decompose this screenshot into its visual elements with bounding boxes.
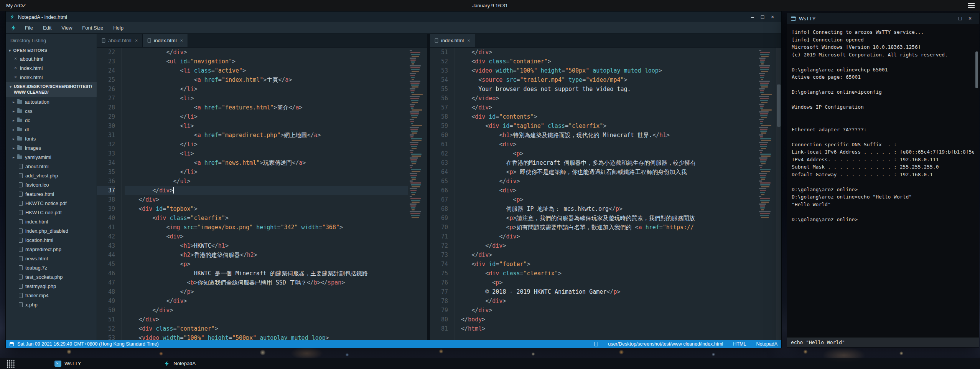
menu-view[interactable]: View: [56, 22, 77, 34]
file-features.html[interactable]: features.html: [6, 189, 97, 199]
terminal-scrollbar[interactable]: [975, 51, 978, 88]
tab-close-icon[interactable]: ×: [180, 38, 183, 43]
folder-fonts[interactable]: ▸fonts: [6, 134, 97, 143]
code-line-78[interactable]: </div>: [458, 296, 757, 306]
folder-yamlyamlml[interactable]: ▸yamlyamlml: [6, 152, 97, 162]
code-line-76[interactable]: <p>: [458, 278, 757, 287]
code-line-31[interactable]: <a href="mapredirect.php">網上地圖</a>: [125, 131, 408, 140]
code-line-59[interactable]: <div id="tagline" class="clearfix">: [458, 121, 757, 131]
status-language[interactable]: HTML: [733, 341, 746, 347]
system-menu[interactable]: My ArOZ: [6, 3, 26, 8]
tab-about.html[interactable]: about.html×: [97, 34, 143, 47]
pane-divider[interactable]: [427, 34, 430, 340]
code-line-41[interactable]: <img src="images/box.png" height="342" w…: [125, 223, 408, 232]
file-add_vhost.php[interactable]: add_vhost.php: [6, 171, 97, 180]
close-button[interactable]: ×: [965, 15, 975, 22]
code-line-25[interactable]: <a href="index.html">主頁</a>: [125, 75, 408, 84]
terminal-input[interactable]: echo "Hello World": [787, 337, 979, 347]
code-line-28[interactable]: <a href="features.html">簡介</a>: [125, 103, 408, 112]
file-trailer.mp4[interactable]: trailer.mp4: [6, 291, 97, 300]
minimize-button[interactable]: –: [748, 14, 758, 20]
code-line-73[interactable]: </div>: [458, 250, 757, 260]
open-editor-index.html[interactable]: ×index.html: [6, 63, 97, 73]
menu-font-size[interactable]: Font Size: [77, 22, 108, 34]
folder-dc[interactable]: ▸dc: [6, 116, 97, 125]
folder-css[interactable]: ▸css: [6, 106, 97, 116]
file-x.php[interactable]: x.php: [6, 300, 97, 309]
file-HKWTC notice.pdf[interactable]: HKWTC notice.pdf: [6, 199, 97, 208]
code-line-32[interactable]: </li>: [125, 140, 408, 149]
code-line-67[interactable]: <p>: [458, 195, 757, 204]
open-editors-section[interactable]: ▾ OPEN EDITORS: [6, 46, 97, 54]
code-line-62[interactable]: <p>: [458, 149, 757, 158]
menu-edit[interactable]: Edit: [38, 22, 56, 34]
code-line-23[interactable]: <ul id="navigation">: [125, 57, 408, 66]
code-line-64[interactable]: <p> 即使你不是建築師，你也能透過紅石師或鐵路工程師的身份加入我: [458, 167, 757, 177]
close-icon[interactable]: ×: [14, 74, 17, 80]
tab-index.html[interactable]: index.html×: [430, 34, 475, 47]
menu-file[interactable]: File: [20, 22, 38, 34]
file-index.php_disabled[interactable]: index.php_disabled: [6, 226, 97, 235]
tab-close-icon[interactable]: ×: [135, 38, 138, 43]
code-line-39[interactable]: <div id="topbox">: [125, 204, 408, 213]
close-button[interactable]: ×: [768, 14, 777, 20]
code-line-79[interactable]: </div>: [458, 306, 757, 315]
code-line-24[interactable]: <li class="active">: [125, 66, 408, 75]
code-line-55[interactable]: Your browser does not support the video …: [458, 84, 757, 94]
code-line-49[interactable]: </div>: [125, 296, 408, 306]
code-line-45[interactable]: <p>: [125, 260, 408, 269]
code-line-34[interactable]: <a href="news.html">玩家傳送門</a>: [125, 158, 408, 167]
code-line-63[interactable]: 在香港的Minecraft 伺服器中，多為小遊戲和純生存的伺服器，較少擁有: [458, 158, 757, 167]
minimize-button[interactable]: –: [945, 15, 955, 22]
close-icon[interactable]: ×: [14, 65, 17, 71]
close-icon[interactable]: ×: [14, 56, 17, 61]
app-launcher-button[interactable]: [5, 358, 16, 369]
code-line-22[interactable]: </div>: [125, 48, 408, 57]
code-line-72[interactable]: </div>: [458, 241, 757, 250]
code-line-71[interactable]: </div>: [458, 232, 757, 241]
code-line-60[interactable]: <h1>特別為建築及鐵路而設，現代化的 Minecraft 世界.</h1>: [458, 131, 757, 140]
code-line-48[interactable]: </p>: [125, 287, 408, 296]
code-line-80[interactable]: </body>: [458, 315, 757, 324]
code-line-30[interactable]: <li>: [125, 121, 408, 131]
code-line-66[interactable]: <div>: [458, 186, 757, 195]
code-line-37[interactable]: </div>: [125, 186, 408, 195]
code-line-77[interactable]: © 2018 - 2019 HKWTC Animation Gamer</p>: [458, 287, 757, 296]
code-line-47[interactable]: <b>你知道我們全線伺服器已轉用 SSD 了嗎？</b></span>: [125, 278, 408, 287]
menu-help[interactable]: Help: [108, 22, 128, 34]
code-line-50[interactable]: </div>: [125, 306, 408, 315]
code-line-36[interactable]: </ul>: [125, 177, 408, 186]
hamburger-menu-icon[interactable]: [968, 3, 975, 8]
code-line-38[interactable]: </div>: [125, 195, 408, 204]
folder-dl[interactable]: ▸dl: [6, 125, 97, 134]
code-line-51[interactable]: </div>: [125, 315, 408, 324]
code-line-53[interactable]: <video width="100%" height="500px" autop…: [458, 66, 757, 75]
code-line-26[interactable]: </li>: [125, 84, 408, 94]
open-editor-index.html[interactable]: ×index.html: [6, 73, 97, 82]
code-line-33[interactable]: <li>: [125, 149, 408, 158]
code-line-70[interactable]: <p>如有問題或需要申請白名單，歡迎加入我們的 <a href="https:/…: [458, 223, 757, 232]
code-line-43[interactable]: <h1>HKWTC</h1>: [125, 241, 408, 250]
file-teabag.7z[interactable]: teabag.7z: [6, 263, 97, 272]
editor-scrollbar[interactable]: [776, 48, 781, 340]
taskbar-app-notepada[interactable]: NotepadA: [159, 358, 200, 369]
code-line-75[interactable]: <div class="clearfix">: [458, 269, 757, 278]
code-line-35[interactable]: </li>: [125, 167, 408, 177]
code-line-58[interactable]: <div id="contents">: [458, 112, 757, 121]
maximize-button[interactable]: □: [955, 15, 965, 22]
file-HKWTC rule.pdf[interactable]: HKWTC rule.pdf: [6, 208, 97, 217]
code-line-74[interactable]: <div id="footer">: [458, 260, 757, 269]
maximize-button[interactable]: □: [758, 14, 768, 20]
code-line-68[interactable]: 伺服器 IP 地址為： mcs.hkwtc.org</p>: [458, 204, 757, 213]
code-line-51[interactable]: </div>: [458, 48, 757, 57]
code-line-53[interactable]: <video width="100%" height="500px" autop…: [125, 333, 408, 340]
notepada-title-bar[interactable]: NotepadA - index.html – □ ×: [6, 12, 781, 22]
terminal-output[interactable]: [info] Connecting to arozos WsTTY servic…: [787, 24, 979, 337]
minimap-1[interactable]: [408, 48, 427, 340]
code-editor-2[interactable]: </div> <div class="container"> <video wi…: [455, 48, 757, 340]
file-news.html[interactable]: news.html: [6, 254, 97, 263]
code-line-56[interactable]: </video>: [458, 94, 757, 103]
code-line-44[interactable]: <h2>香港的建築伺服器</h2>: [125, 250, 408, 260]
open-editor-about.html[interactable]: ×about.html: [6, 54, 97, 63]
taskbar-app-wstty[interactable]: >_WsTTY: [50, 358, 86, 369]
